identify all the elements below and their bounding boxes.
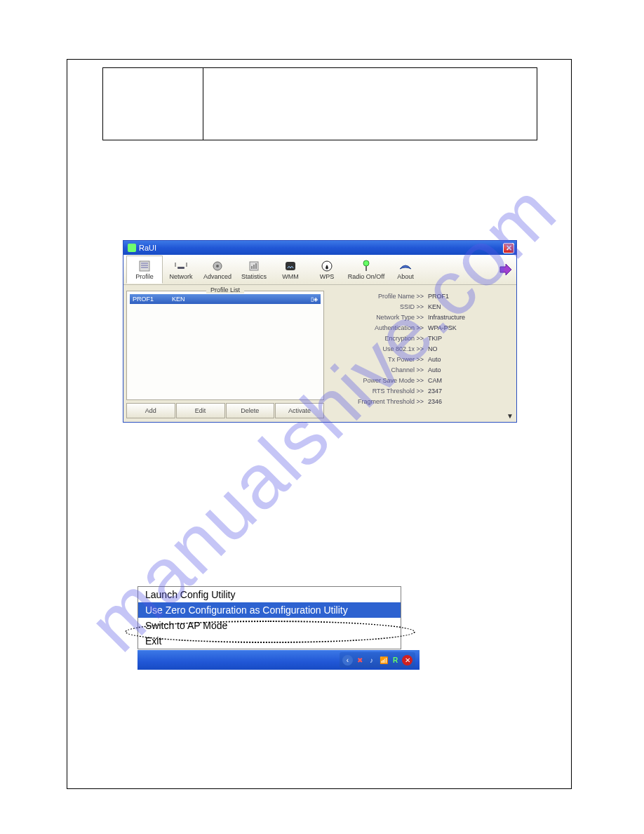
top-empty-table — [102, 67, 537, 140]
delete-button[interactable]: Delete — [226, 403, 275, 418]
detail-rts: RTS Threshold >>2347 — [333, 387, 511, 395]
tab-wmm[interactable]: WMM — [272, 256, 309, 284]
app-icon — [128, 244, 136, 252]
tab-statistics[interactable]: Statistics — [236, 256, 272, 284]
network-icon — [174, 260, 188, 272]
tab-radio[interactable]: Radio On/Off — [345, 256, 387, 284]
activate-button[interactable]: Activate — [275, 403, 324, 418]
window-body: Profile List PROF1 KEN ▯◈ Add Edit Delet… — [123, 285, 516, 421]
system-tray: ‹ ✖ ♪ 📶 R ✕ — [340, 652, 415, 668]
titlebar: RaUI ✕ — [123, 241, 516, 255]
window-title: RaUI — [139, 244, 156, 252]
menu-use-zero-config[interactable]: Use Zero Configuration as Configuration … — [138, 602, 401, 618]
wps-icon — [320, 260, 334, 272]
menu-switch-ap-mode[interactable]: Switch to AP Mode — [138, 618, 401, 633]
profile-list-fieldset: Profile List PROF1 KEN ▯◈ — [126, 291, 324, 400]
profile-row-name: PROF1 — [133, 296, 172, 303]
taskbar: ‹ ✖ ♪ 📶 R ✕ — [137, 650, 420, 670]
tab-wmm-label: WMM — [282, 273, 299, 280]
tab-statistics-label: Statistics — [241, 273, 267, 280]
detail-profile-name: Profile Name >>PROF1 — [333, 292, 511, 300]
svg-point-8 — [216, 265, 219, 267]
detail-channel: Channel >>Auto — [333, 366, 511, 374]
tab-advanced[interactable]: Advanced — [199, 256, 236, 284]
page-border — [67, 59, 572, 789]
edit-button[interactable]: Edit — [176, 403, 225, 418]
close-icon: ✕ — [506, 244, 512, 253]
profile-icon — [137, 260, 152, 272]
detail-8021x: Use 802.1x >>NO — [333, 345, 511, 353]
close-button[interactable]: ✕ — [503, 243, 514, 253]
expand-arrow[interactable]: ▼ — [507, 412, 514, 420]
toolbar-next-arrow[interactable] — [498, 262, 514, 277]
tray-raui-icon[interactable]: R — [390, 655, 401, 666]
wmm-icon — [283, 260, 297, 272]
detail-encryption: Encryption >>TKIP — [333, 334, 511, 343]
svg-rect-6 — [177, 267, 185, 269]
advanced-icon — [210, 260, 224, 272]
left-panel: Profile List PROF1 KEN ▯◈ Add Edit Delet… — [123, 285, 327, 421]
detail-authentication: Authentication >>WPA-PSK — [333, 324, 511, 332]
profile-button-row: Add Edit Delete Activate — [126, 403, 324, 418]
tab-profile-label: Profile — [135, 273, 154, 280]
detail-ssid: SSID >>KEN — [333, 303, 511, 311]
tray-wifi-icon[interactable]: 📶 — [378, 655, 389, 666]
add-button[interactable]: Add — [126, 403, 175, 418]
svg-point-15 — [363, 260, 369, 266]
right-panel: Profile Name >>PROF1 SSID >>KEN Network … — [327, 285, 516, 421]
toolbar: Profile Network Advanced Statistics WMM — [123, 255, 516, 285]
svg-rect-10 — [251, 266, 253, 269]
tab-advanced-label: Advanced — [203, 273, 232, 280]
profile-row-icons: ▯◈ — [311, 296, 318, 303]
profile-list-legend: Profile List — [206, 286, 244, 293]
statistics-icon — [247, 260, 261, 272]
detail-tx-power: Tx Power >>Auto — [333, 355, 511, 364]
tray-security-icon[interactable]: ✕ — [402, 655, 412, 666]
tab-profile[interactable]: Profile — [126, 256, 163, 284]
svg-rect-0 — [140, 261, 149, 271]
radio-icon — [359, 260, 373, 272]
svg-rect-11 — [253, 265, 255, 269]
tab-network[interactable]: Network — [163, 256, 199, 284]
about-icon — [398, 260, 412, 272]
tab-wps-label: WPS — [320, 273, 335, 280]
tab-about[interactable]: About — [387, 256, 424, 284]
tray-sound-icon[interactable]: ♪ — [366, 655, 377, 666]
tab-network-label: Network — [169, 273, 192, 280]
tray-network-icon[interactable]: ✖ — [354, 655, 365, 666]
profile-row-ssid: KEN — [172, 296, 311, 303]
menu-launch-config[interactable]: Launch Config Utility — [138, 587, 401, 602]
detail-fragment: Fragment Threshold >>2346 — [333, 397, 511, 406]
svg-rect-12 — [255, 263, 257, 269]
tab-about-label: About — [397, 273, 414, 280]
tab-wps[interactable]: WPS — [309, 256, 345, 284]
table-divider — [203, 68, 203, 140]
tray-expand-icon[interactable]: ‹ — [342, 655, 353, 666]
raui-window: RaUI ✕ Profile Network Advanced — [123, 240, 517, 423]
profile-row[interactable]: PROF1 KEN ▯◈ — [130, 294, 321, 304]
detail-power-save: Power Save Mode >>CAM — [333, 376, 511, 385]
menu-exit[interactable]: Exit — [138, 633, 401, 649]
tray-context-menu: Launch Config Utility Use Zero Configura… — [137, 586, 401, 649]
tab-radio-label: Radio On/Off — [348, 273, 384, 280]
detail-network-type: Network Type >>Infrastructure — [333, 313, 511, 322]
